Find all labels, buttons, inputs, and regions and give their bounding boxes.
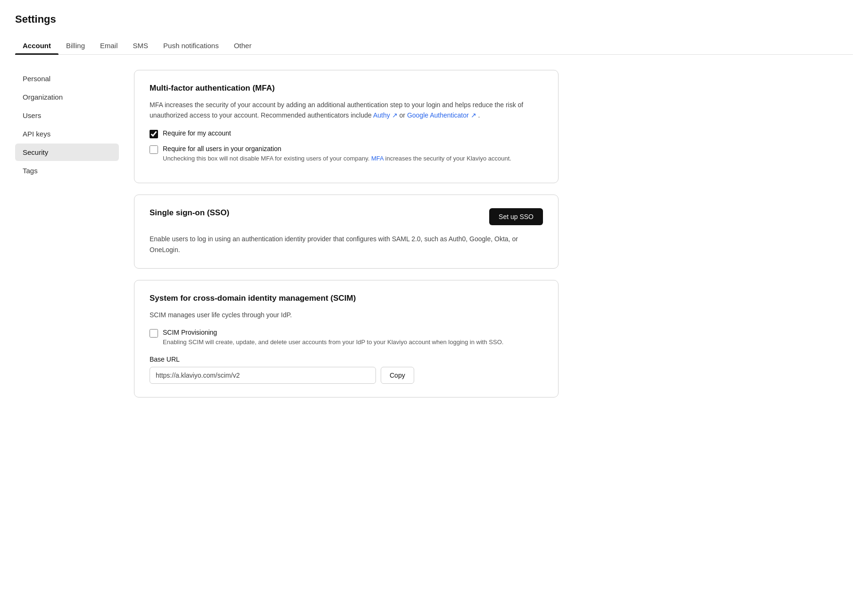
sidebar-item-organization[interactable]: Organization xyxy=(15,88,119,106)
tab-sms[interactable]: SMS xyxy=(125,37,156,54)
mfa-require-account-checkbox[interactable] xyxy=(150,130,158,138)
sso-description: Enable users to log in using an authenti… xyxy=(150,234,543,255)
body-layout: Personal Organization Users API keys Sec… xyxy=(0,55,868,413)
mfa-google-link[interactable]: Google Authenticator ↗ xyxy=(407,111,476,119)
mfa-description: MFA increases the security of your accou… xyxy=(150,100,543,121)
mfa-sub-link[interactable]: MFA xyxy=(371,155,384,162)
base-url-section: Base URL Copy xyxy=(150,355,543,384)
sidebar-item-api-keys[interactable]: API keys xyxy=(15,125,119,143)
mfa-require-org-checkbox[interactable] xyxy=(150,145,158,154)
scim-card: System for cross-domain identity managem… xyxy=(134,280,559,398)
scim-provisioning-label: SCIM Provisioning xyxy=(163,329,503,336)
tab-other[interactable]: Other xyxy=(226,37,259,54)
scim-provisioning-checkbox[interactable] xyxy=(150,329,158,338)
copy-button[interactable]: Copy xyxy=(381,367,414,384)
sidebar: Personal Organization Users API keys Sec… xyxy=(15,70,119,398)
scim-description: SCIM manages user life cycles through yo… xyxy=(150,310,543,320)
sidebar-item-security[interactable]: Security xyxy=(15,144,119,161)
base-url-label: Base URL xyxy=(150,355,543,363)
sidebar-item-personal[interactable]: Personal xyxy=(15,70,119,87)
mfa-card: Multi-factor authentication (MFA) MFA in… xyxy=(134,70,559,183)
mfa-authy-link[interactable]: Authy ↗ xyxy=(373,111,398,119)
header: Settings Account Billing Email SMS Push … xyxy=(0,0,868,55)
mfa-require-org-text: Require for all users in your organizati… xyxy=(163,145,511,163)
mfa-title: Multi-factor authentication (MFA) xyxy=(150,84,543,93)
mfa-description-mid: or xyxy=(400,111,407,119)
base-url-row: Copy xyxy=(150,367,543,384)
sso-card: Single sign-on (SSO) Set up SSO Enable u… xyxy=(134,195,559,269)
scim-provisioning-row: SCIM Provisioning Enabling SCIM will cre… xyxy=(150,329,543,347)
base-url-input[interactable] xyxy=(150,367,376,384)
mfa-description-end: . xyxy=(478,111,480,119)
scim-provisioning-text: SCIM Provisioning Enabling SCIM will cre… xyxy=(163,329,503,347)
tab-push-notifications[interactable]: Push notifications xyxy=(156,37,226,54)
tab-bar: Account Billing Email SMS Push notificat… xyxy=(15,37,853,55)
sso-title: Single sign-on (SSO) xyxy=(150,208,229,218)
main-content: Multi-factor authentication (MFA) MFA in… xyxy=(134,70,559,398)
mfa-require-org-row: Require for all users in your organizati… xyxy=(150,145,543,163)
sidebar-item-tags[interactable]: Tags xyxy=(15,162,119,179)
mfa-require-account-row: Require for my account xyxy=(150,129,543,138)
scim-title: System for cross-domain identity managem… xyxy=(150,294,543,303)
setup-sso-button[interactable]: Set up SSO xyxy=(489,208,543,225)
tab-account[interactable]: Account xyxy=(15,37,58,54)
mfa-require-account-label[interactable]: Require for my account xyxy=(163,129,231,137)
mfa-require-org-label: Require for all users in your organizati… xyxy=(163,145,511,152)
sso-header-row: Single sign-on (SSO) Set up SSO xyxy=(150,208,543,225)
mfa-sub-end: increases the security of your Klaviyo a… xyxy=(385,155,511,162)
tab-email[interactable]: Email xyxy=(92,37,125,54)
mfa-sub-start: Unchecking this box will not disable MFA… xyxy=(163,155,371,162)
scim-provisioning-sub: Enabling SCIM will create, update, and d… xyxy=(163,338,503,347)
sidebar-item-users[interactable]: Users xyxy=(15,107,119,124)
mfa-require-org-sub: Unchecking this box will not disable MFA… xyxy=(163,154,511,163)
tab-billing[interactable]: Billing xyxy=(58,37,92,54)
page-title: Settings xyxy=(15,13,853,25)
